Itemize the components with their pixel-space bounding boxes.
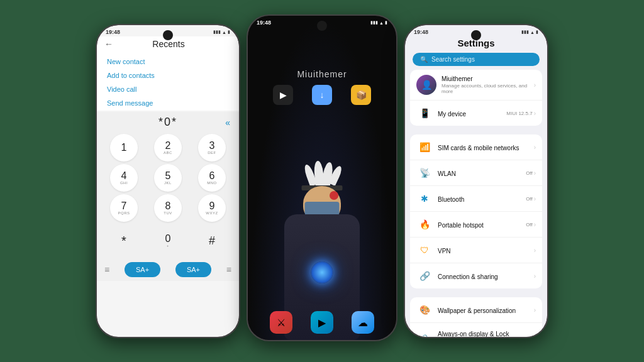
- lockscreen-content: Always-on display & Lock screen: [438, 327, 529, 337]
- dial-num-9: 9: [209, 201, 215, 211]
- dial-letters-3: DEF: [208, 151, 216, 155]
- dial-key-hash[interactable]: #: [198, 227, 226, 255]
- bluetooth-content: Bluetooth: [438, 193, 521, 204]
- dial-key-8[interactable]: 8TUV: [154, 194, 182, 222]
- dial-key-9[interactable]: 9WXYZ: [198, 194, 226, 222]
- phone-left-screen: 19:48 ▮▮▮ ▲ ▮ ← Recents New contact Add …: [97, 25, 239, 337]
- wifi-icon: ▲: [222, 30, 226, 35]
- dial-backspace-button[interactable]: «: [225, 118, 230, 128]
- dial-key-2[interactable]: 2ABC: [154, 134, 182, 162]
- dial-key-5[interactable]: 5JKL: [154, 164, 182, 192]
- bluetooth-status: Off: [526, 196, 533, 202]
- wifi-center-icon: ▲: [379, 21, 384, 25]
- signal-center-icon: ▮▮▮: [370, 20, 378, 25]
- dial-zero: 0: [165, 234, 171, 244]
- my-device-item[interactable]: 📱 My device MIUI 12.5.7 ›: [410, 101, 542, 126]
- sim-icon: 📶: [416, 139, 433, 155]
- dial-star: *: [121, 234, 126, 247]
- dial-num-4: 4: [121, 171, 127, 181]
- lockscreen-icon: 🔒: [416, 331, 433, 337]
- download-icon[interactable]: ↓: [312, 85, 332, 105]
- lockscreen-label: Always-on display & Lock screen: [438, 331, 509, 337]
- wlan-content: WLAN: [438, 167, 521, 178]
- video-call-link[interactable]: Video call: [107, 85, 229, 93]
- dial-key-1[interactable]: 1: [110, 134, 138, 162]
- wallpaper-item[interactable]: 🎨 Wallpaper & personalization ›: [410, 297, 542, 323]
- dial-key-3[interactable]: 3DEF: [198, 134, 226, 162]
- video-app-icon[interactable]: ▶: [273, 85, 293, 105]
- dial-input-text: *0*: [158, 116, 177, 129]
- dial-letters-5: JKL: [164, 181, 172, 185]
- sim-chevron-icon: ›: [534, 144, 536, 151]
- dial-letters-6: MNO: [207, 181, 217, 185]
- status-time-center: 19:48: [257, 19, 271, 26]
- sim-networks-item[interactable]: 📶 SIM cards & mobile networks ›: [410, 134, 542, 160]
- bluetooth-chevron-icon: ›: [534, 195, 536, 202]
- device-chevron-icon: ›: [534, 110, 536, 117]
- sim-content: SIM cards & mobile networks: [438, 141, 529, 153]
- status-icons-right: ▮▮▮ ▲ ▮: [521, 30, 538, 35]
- profile-chevron-icon: ›: [534, 82, 536, 89]
- playstore-app-icon[interactable]: ▶: [311, 311, 333, 334]
- wallpaper-icon: 🎨: [416, 302, 433, 318]
- menu-left-icon[interactable]: ≡: [104, 265, 109, 275]
- vpn-item[interactable]: 🛡 VPN ›: [410, 238, 542, 263]
- weather-app-icon[interactable]: ☁: [352, 311, 374, 334]
- sa-plus-right-button[interactable]: SA+: [175, 262, 211, 277]
- status-time-right: 19:48: [414, 29, 428, 35]
- wlan-item[interactable]: 📡 WLAN Off ›: [410, 160, 542, 186]
- dialpad-area: *0* « 1 2ABC 3DEF 4GHI 5JKL 6MNO 7PQRS 8…: [97, 112, 239, 258]
- profile-sub: Manage accounts, cloud services, and mor…: [441, 83, 529, 94]
- dial-key-4[interactable]: 4GHI: [110, 164, 138, 192]
- connection-icon: 🔗: [416, 268, 433, 284]
- status-icons-left: ▮▮▮ ▲ ▮: [213, 30, 230, 35]
- new-contact-link[interactable]: New contact: [107, 58, 229, 65]
- dial-key-6[interactable]: 6MNO: [198, 164, 226, 192]
- dial-num-3: 3: [209, 141, 215, 151]
- menu-right-icon[interactable]: ≡: [226, 265, 231, 275]
- wlan-status: Off: [526, 170, 533, 176]
- dialpad-grid: 1 2ABC 3DEF 4GHI 5JKL 6MNO 7PQRS 8TUV 9W…: [103, 134, 233, 222]
- ml-app-icon[interactable]: ⚔: [270, 311, 292, 334]
- search-placeholder: Search settings: [431, 56, 475, 63]
- lockscreen-chevron-icon: ›: [534, 336, 536, 337]
- bluetooth-item[interactable]: ✱ Bluetooth Off ›: [410, 186, 542, 212]
- profile-item[interactable]: 👤 Miuithemer Manage accounts, cloud serv…: [410, 70, 542, 101]
- package-icon[interactable]: 📦: [351, 85, 371, 105]
- send-message-link[interactable]: Send message: [107, 99, 229, 107]
- wallpaper-username: Miuithemer: [248, 69, 396, 79]
- add-contacts-link[interactable]: Add to contacts: [107, 72, 229, 79]
- dial-num-2: 2: [165, 141, 171, 151]
- vpn-content: VPN: [438, 244, 529, 256]
- lockscreen-item[interactable]: 🔒 Always-on display & Lock screen ›: [410, 323, 542, 337]
- wallpaper-dock: ⚔ ▶ ☁: [248, 311, 396, 334]
- notch-left: [163, 30, 173, 40]
- dial-letters-4: GHI: [120, 181, 128, 185]
- floating-icons: ▶ ↓ 📦: [248, 85, 396, 105]
- sa-plus-left-button[interactable]: SA+: [125, 262, 160, 277]
- recents-links: New contact Add to contacts Video call S…: [97, 54, 239, 111]
- dial-key-7[interactable]: 7PQRS: [110, 194, 138, 222]
- wallpaper-chevron-icon: ›: [534, 307, 536, 314]
- connection-label: Connection & sharing: [438, 273, 498, 280]
- dial-key-star[interactable]: *: [110, 227, 138, 255]
- bluetooth-label: Bluetooth: [438, 196, 464, 203]
- battery-right-icon: ▮: [536, 30, 538, 35]
- notch-right: [471, 30, 481, 40]
- settings-search-bar[interactable]: 🔍 Search settings: [413, 53, 540, 66]
- hotspot-item[interactable]: 🔥 Portable hotspot Off ›: [410, 212, 542, 238]
- dial-hash: #: [209, 235, 215, 246]
- dial-key-0[interactable]: 0+: [154, 227, 182, 255]
- dial-letters-8: TUV: [164, 211, 172, 215]
- phone-right-screen: 19:48 ▮▮▮ ▲ ▮ Settings 🔍 Search settings…: [405, 25, 547, 337]
- connection-sharing-item[interactable]: 🔗 Connection & sharing ›: [410, 263, 542, 288]
- profile-name: Miuithemer: [441, 75, 529, 82]
- hotspot-chevron-icon: ›: [534, 221, 536, 228]
- connection-content: Connection & sharing: [438, 270, 529, 282]
- dial-num-8: 8: [165, 201, 171, 211]
- search-icon: 🔍: [420, 56, 428, 63]
- device-right: MIUI 12.5.7 ›: [506, 110, 536, 117]
- connection-chevron-icon: ›: [534, 273, 536, 280]
- back-button[interactable]: ←: [104, 39, 113, 49]
- phones-container: 19:48 ▮▮▮ ▲ ▮ ← Recents New contact Add …: [0, 0, 644, 362]
